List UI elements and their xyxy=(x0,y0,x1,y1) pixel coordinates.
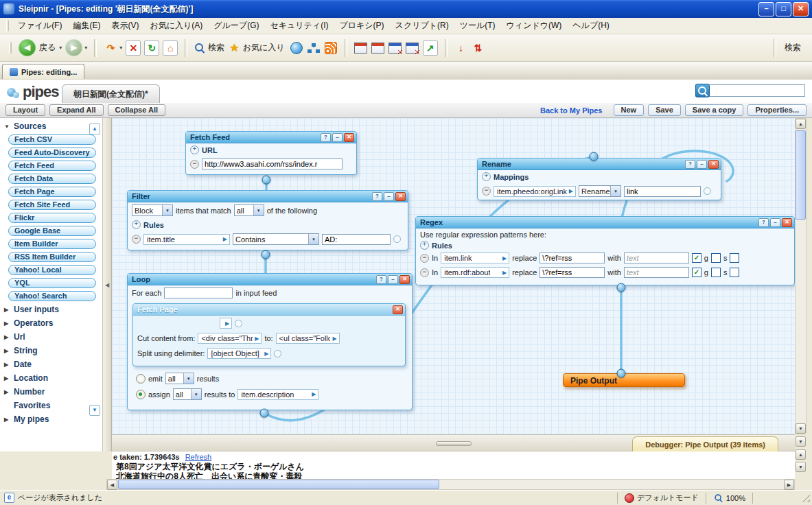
singleline-flag-checkbox[interactable] xyxy=(711,268,721,277)
remove-rule-port[interactable]: − xyxy=(420,254,429,263)
close-button[interactable]: ✕ xyxy=(793,2,809,16)
proxy-mode-panel[interactable]: デフォルトモード xyxy=(617,493,706,504)
global-flag-checkbox[interactable]: ✓ xyxy=(692,253,701,263)
horizontal-scroll-thumb[interactable] xyxy=(118,480,439,489)
save-a-copy-button[interactable]: Save a copy xyxy=(685,104,744,116)
filter-mode-select[interactable]: Block▾ xyxy=(132,204,173,216)
sidebar-item-yahoo-local[interactable]: Yahoo! Local xyxy=(8,265,96,275)
sidebar-item-fetch-csv[interactable]: Fetch CSV xyxy=(8,134,96,145)
cut-to-selector[interactable]: <ul class="Follow▶ xyxy=(276,333,340,344)
sidebar-item-fetch-data[interactable]: Fetch Data xyxy=(8,174,96,184)
remove-rule-port[interactable]: − xyxy=(420,268,429,277)
module-fetch-feed-header[interactable]: Fetch Feed ? – ✕ xyxy=(186,132,356,143)
sidebar-item-fetch-feed[interactable]: Fetch Feed xyxy=(8,161,96,171)
sidebar-item-rss-item-builder[interactable]: RSS Item Builder xyxy=(8,252,96,262)
wire-node-fetch-feed-output[interactable] xyxy=(262,176,271,185)
globe-button[interactable] xyxy=(290,41,303,55)
menu-favorites[interactable]: お気に入り(A) xyxy=(144,18,208,34)
sidebar-item-yahoo-search[interactable]: Yahoo! Search xyxy=(8,291,96,301)
go-button[interactable]: ↷ ▾ xyxy=(104,41,122,55)
minimize-button[interactable]: – xyxy=(758,2,774,16)
menu-file[interactable]: ファイル(F) xyxy=(12,18,67,34)
pipe-canvas[interactable]: Fetch Feed ? – ✕ + URL − Filter ? xyxy=(112,118,795,434)
forward-dropdown-icon[interactable]: ▾ xyxy=(84,45,87,51)
menu-security[interactable]: セキュリティ(I) xyxy=(264,18,334,34)
scroll-down-button[interactable]: ▼ xyxy=(796,423,806,434)
rule-operator-select[interactable]: Contains▾ xyxy=(233,233,319,245)
sidebar-item-yql[interactable]: YQL xyxy=(8,278,96,288)
module-help-button[interactable]: ? xyxy=(685,160,695,169)
debugger-resize-handle[interactable] xyxy=(436,441,472,446)
go-dropdown-icon[interactable]: ▾ xyxy=(119,45,122,51)
assign-radio[interactable] xyxy=(136,390,146,399)
singleline-flag-checkbox[interactable] xyxy=(711,253,721,263)
debugger-refresh-link[interactable]: Refresh xyxy=(185,453,212,461)
sidebar-scroll-up-button[interactable]: ▲ xyxy=(89,124,100,134)
emit-radio[interactable] xyxy=(136,374,146,384)
toolbar-grip[interactable] xyxy=(9,42,12,54)
debugger-tab[interactable]: Debugger: Pipe Output (39 items) xyxy=(632,436,778,451)
menu-script[interactable]: スクリプト(R) xyxy=(390,18,454,34)
connector-terminal[interactable] xyxy=(704,187,711,195)
rss-button[interactable] xyxy=(324,41,338,55)
connector-terminal[interactable] xyxy=(274,350,281,357)
module-help-button[interactable]: ? xyxy=(376,275,386,284)
sidebar-category-url[interactable]: ▶Url xyxy=(0,329,102,342)
refresh-button[interactable]: ↻ xyxy=(144,40,159,56)
menu-view[interactable]: 表示(V) xyxy=(106,18,144,34)
module-close-button[interactable]: ✕ xyxy=(708,160,719,169)
vertical-scroll-thumb[interactable] xyxy=(796,130,806,220)
sidebar-item-fetch-page[interactable]: Fetch Page xyxy=(8,187,96,197)
back-button[interactable]: ◀ 戻る ▾ xyxy=(19,39,62,56)
zoom-panel[interactable]: 100% xyxy=(706,493,752,504)
multiline-flag-checkbox[interactable] xyxy=(730,253,739,263)
resize-grip[interactable] xyxy=(801,493,810,502)
module-rename-header[interactable]: Rename ? – ✕ xyxy=(478,158,721,170)
sidebar-section-sources[interactable]: ▼ Sources xyxy=(0,118,102,132)
assign-target-selector[interactable]: item.description▶ xyxy=(237,389,318,400)
filter-match-mode-select[interactable]: all▾ xyxy=(234,204,264,216)
menu-window[interactable]: ウィンドウ(W) xyxy=(501,18,568,34)
tab-pipes-editing[interactable]: Pipes: editing... xyxy=(2,64,84,79)
emit-mode-select[interactable]: all▾ xyxy=(165,373,194,384)
sidebar-category-favorites[interactable]: Favorites xyxy=(0,397,102,411)
add-rule-port[interactable]: + xyxy=(132,220,141,229)
module-collapse-button[interactable]: – xyxy=(332,133,343,142)
wire-node-pipe-output-input[interactable] xyxy=(617,369,626,378)
back-to-my-pipes-link[interactable]: Back to My Pipes xyxy=(540,106,602,115)
remove-row-port[interactable]: − xyxy=(190,160,199,169)
scroll-left-button[interactable]: ◀ xyxy=(107,480,117,490)
menu-edit[interactable]: 編集(E) xyxy=(67,18,106,34)
quick-scroll-down-button[interactable]: ▼ xyxy=(796,436,806,447)
collapse-all-button[interactable]: Collapse All xyxy=(108,104,166,116)
module-collapse-button[interactable]: – xyxy=(697,160,707,169)
download-red-button[interactable]: ↓ xyxy=(454,41,468,55)
feed-url-input[interactable] xyxy=(202,158,343,169)
properties-button[interactable]: Properties... xyxy=(747,104,807,116)
module-collapse-button[interactable]: – xyxy=(384,192,394,201)
wire-node-filter-output[interactable] xyxy=(262,250,270,259)
regex-pattern-input[interactable] xyxy=(540,267,605,278)
module-collapse-button[interactable]: – xyxy=(770,218,780,227)
module-loop-header[interactable]: Loop ? – ✕ xyxy=(128,274,412,285)
sidebar-item-google-base[interactable]: Google Base xyxy=(8,226,96,236)
module-help-button[interactable]: ? xyxy=(321,133,331,142)
global-flag-checkbox[interactable]: ✓ xyxy=(692,268,701,277)
right-search-label[interactable]: 検索 xyxy=(785,42,801,54)
module-close-button[interactable]: ✕ xyxy=(344,133,354,142)
menu-help[interactable]: ヘルプ(H) xyxy=(567,18,615,34)
scroll-up-button[interactable]: ▲ xyxy=(796,119,806,129)
wire-node-regex-output[interactable] xyxy=(617,283,626,292)
export-button[interactable]: ↗ xyxy=(423,40,438,56)
add-row-port[interactable]: + xyxy=(190,145,199,154)
sidebar-category-user-inputs[interactable]: ▶User inputs xyxy=(0,301,102,315)
pipes-search-input[interactable] xyxy=(695,84,805,97)
home-button[interactable]: ⌂ xyxy=(163,40,178,56)
add-mapping-port[interactable]: + xyxy=(482,172,491,181)
toolbar-grip[interactable] xyxy=(6,20,9,32)
sidebar-category-date[interactable]: ▶Date xyxy=(0,356,102,370)
swap-red-blue-button[interactable]: ⇅ xyxy=(472,41,485,55)
maximize-button[interactable]: □ xyxy=(776,2,791,16)
remove-rule-port[interactable]: − xyxy=(132,235,141,244)
table-close-button[interactable] xyxy=(388,41,402,55)
